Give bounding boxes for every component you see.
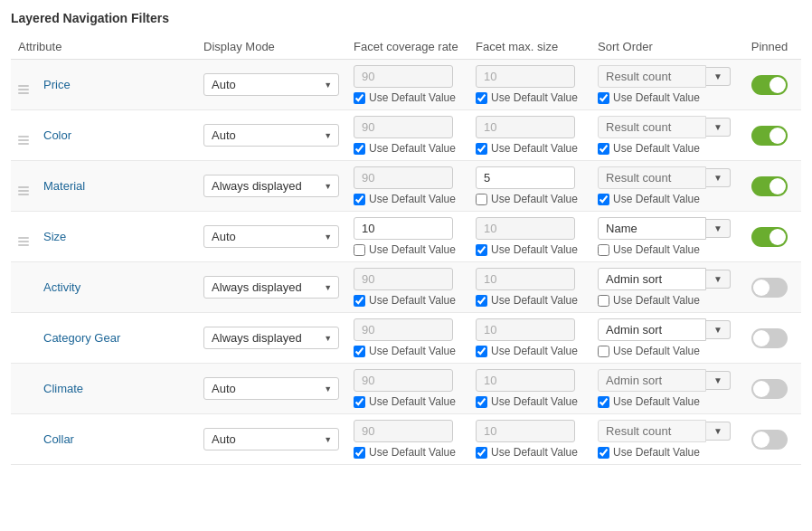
pinned-toggle[interactable] [751,379,788,399]
display-mode-select[interactable]: AutoAlways displayedHidden [203,428,339,450]
facet-coverage-default-checkbox[interactable] [354,447,365,459]
facet-coverage-default-checkbox[interactable] [354,143,365,155]
facet-coverage-input[interactable] [354,65,453,88]
sort-default-label: Use Default Value [613,243,700,256]
facet-coverage-default-checkbox[interactable] [354,92,365,104]
sort-order-select[interactable]: Result countAdmin sortName [598,116,706,138]
facet-coverage-default-checkbox[interactable] [354,194,365,205]
sort-default-checkbox[interactable] [598,143,609,155]
facet-coverage-default-checkbox[interactable] [354,346,365,357]
drag-handle[interactable] [18,85,29,94]
facet-max-input[interactable] [476,318,575,341]
facet-max-input[interactable] [476,369,575,392]
sort-order-btn[interactable]: ▼ [706,422,731,441]
drag-handle[interactable] [18,186,29,195]
display-mode-select[interactable]: AutoAlways displayedHidden [203,124,339,147]
facet-coverage-default-checkbox[interactable] [354,244,365,256]
facet-max-default-checkbox[interactable] [476,346,487,357]
facet-max-default-checkbox[interactable] [476,143,487,155]
sort-order-select[interactable]: Result countAdmin sortName [598,369,706,392]
sort-order-select[interactable]: Result countAdmin sortName [598,166,706,189]
display-mode-select-wrap: AutoAlways displayedHidden [203,377,339,400]
facet-max-input[interactable] [476,166,575,189]
facet-max-default-label: Use Default Value [491,395,578,408]
facet-coverage-input[interactable] [354,116,453,138]
facet-max-default-checkbox[interactable] [476,194,487,205]
sort-default-checkbox[interactable] [598,244,609,256]
pinned-toggle[interactable] [751,176,788,196]
drag-handle[interactable] [18,237,29,246]
sort-default-checkbox[interactable] [598,295,609,307]
facet-coverage-input[interactable] [354,217,453,240]
facet-max-input[interactable] [476,116,575,138]
sort-order-select[interactable]: Result countAdmin sortName [598,420,706,442]
facet-coverage-input[interactable] [354,166,453,189]
facet-coverage-input[interactable] [354,268,453,290]
sort-order-select[interactable]: Admin sortNameResult count [598,217,706,240]
attribute-name: Climate [43,382,83,395]
sort-order-select[interactable]: Result countAdmin sortName [598,65,706,88]
sort-order-btn[interactable]: ▼ [706,118,731,137]
facet-max-input[interactable] [476,65,575,88]
facet-max-input[interactable] [476,217,575,240]
facet-coverage-default-checkbox[interactable] [354,295,365,307]
display-mode-select[interactable]: AutoAlways displayedHidden [203,73,339,96]
display-mode-select[interactable]: AutoAlways displayedHidden [203,377,339,400]
facet-max-default-checkbox[interactable] [476,396,487,408]
sort-order-select[interactable]: Admin sortNameResult count [598,268,706,290]
facet-coverage-input[interactable] [354,420,453,442]
facet-coverage-default-label: Use Default Value [369,345,456,357]
sort-default-label: Use Default Value [613,91,700,104]
display-mode-select[interactable]: AutoAlways displayedHidden [203,276,339,299]
sort-order-btn[interactable]: ▼ [706,219,731,238]
sort-default-checkbox[interactable] [598,346,609,357]
pinned-toggle[interactable] [751,126,788,146]
pinned-toggle[interactable] [751,278,788,298]
col-display-mode: Display Mode [196,34,346,60]
sort-select-wrap: Admin sortNameResult count [598,318,706,341]
sort-default-checkbox[interactable] [598,92,609,104]
facet-max-default-checkbox[interactable] [476,295,487,307]
col-pinned: Pinned [738,34,801,60]
sort-order-btn[interactable]: ▼ [706,320,731,339]
facet-max-input[interactable] [476,268,575,290]
facet-max-input[interactable] [476,420,575,442]
toggle-slider [751,328,788,348]
sort-default-checkbox[interactable] [598,194,609,205]
facet-max-default-checkbox[interactable] [476,92,487,104]
drag-handle[interactable] [18,136,29,145]
sort-order-select[interactable]: Admin sortNameResult count [598,318,706,341]
sort-wrap: Result countAdmin sortName ▼ Use Default… [598,420,731,459]
pinned-toggle[interactable] [751,430,788,450]
display-mode-select[interactable]: AutoAlways displayedHidden [203,225,339,248]
col-facet-coverage: Facet coverage rate [346,34,468,60]
facet-coverage-default-label: Use Default Value [369,243,456,256]
facet-max-default-checkbox[interactable] [476,447,487,459]
attribute-name: Collar [43,432,74,446]
display-mode-select[interactable]: AutoAlways displayedHidden [203,327,339,349]
sort-default-label: Use Default Value [613,193,700,205]
sort-default-checkbox[interactable] [598,447,609,459]
attribute-name: Size [43,230,66,243]
pinned-toggle[interactable] [751,227,788,247]
sort-order-btn[interactable]: ▼ [706,67,731,86]
attribute-name: Material [43,179,85,193]
sort-order-btn[interactable]: ▼ [706,168,731,187]
facet-coverage-wrap: Use Default Value [354,369,461,408]
sort-select-wrap: Admin sortNameResult count [598,217,706,240]
toggle-slider [751,430,788,450]
facet-max-default-checkbox[interactable] [476,244,487,256]
facet-coverage-default-checkbox[interactable] [354,396,365,408]
facet-coverage-input[interactable] [354,318,453,341]
facet-coverage-input[interactable] [354,369,453,392]
display-mode-select[interactable]: AutoAlways displayedHidden [203,175,339,197]
sort-default-label: Use Default Value [613,395,700,408]
facet-coverage-wrap: Use Default Value [354,166,461,205]
pinned-toggle[interactable] [751,75,788,95]
sort-select-wrap: Result countAdmin sortName [598,65,706,88]
pinned-toggle[interactable] [751,328,788,348]
sort-order-btn[interactable]: ▼ [706,270,731,289]
sort-order-btn[interactable]: ▼ [706,371,731,390]
sort-default-checkbox[interactable] [598,396,609,408]
sort-wrap: Result countAdmin sortName ▼ Use Default… [598,116,731,155]
